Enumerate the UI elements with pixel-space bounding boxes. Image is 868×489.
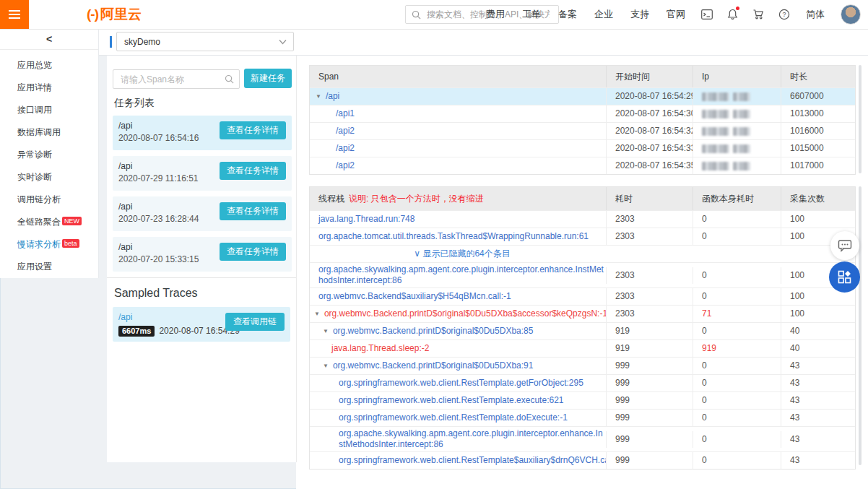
stack-row[interactable]: org.webmvc.Backend$auxiliary$H54qBMcn.ca… (310, 287, 855, 305)
stack-row[interactable]: java.lang.Thread.run:748 2303 0 100 (310, 210, 855, 228)
span-row[interactable]: ▼/api 2020-08-07 16:54:29.562 6607000 (310, 87, 855, 105)
view-task-detail-button[interactable]: 查看任务详情 (220, 162, 286, 180)
collapse-triangle-icon[interactable]: ▼ (323, 363, 329, 369)
sidebar-item-app-details[interactable]: 应用详情 (0, 77, 98, 99)
cart-icon[interactable] (752, 9, 764, 20)
task-list: /api 2020-08-07 16:54:16 查看任务详情 /api 202… (113, 116, 292, 277)
feedback-button[interactable] (830, 231, 859, 260)
span-table-header: Span 开始时间 Ip 时长 (310, 66, 855, 87)
span-row[interactable]: /api2 2020-08-07 16:54:33.607 1015000 (310, 139, 855, 157)
sidebar-item-fulllink-aggregation[interactable]: 全链路聚合NEW (0, 211, 98, 233)
span-row[interactable]: /api2 2020-08-07 16:54:35.127 1017000 (310, 157, 855, 174)
stack-table-scrollbar[interactable] (859, 186, 862, 465)
task-card[interactable]: /api 2020-07-23 16:28:44 查看任务详情 (113, 196, 292, 231)
stack-method-link[interactable]: java.lang.Thread.run:748 (318, 214, 415, 224)
span-link[interactable]: /api (326, 91, 339, 101)
view-task-detail-button[interactable]: 查看任务详情 (220, 202, 286, 220)
stack-row[interactable]: org.apache.skywalking.apm.agent.core.plu… (310, 426, 855, 451)
stack-row[interactable]: ▼org.webmvc.Backend.printD$original$0Du5… (310, 357, 855, 374)
task-card[interactable]: /api 2020-07-20 15:33:15 查看任务详情 (113, 237, 292, 272)
stack-method-link[interactable]: org.webmvc.Backend.printD$original$0Du5D… (333, 360, 534, 371)
stack-table-header: 线程栈说明: 只包含一个方法时，没有缩进 耗时 函数本身耗时 采集次数 (310, 187, 855, 210)
svg-text:?: ? (782, 11, 786, 18)
sidebar-collapse-button[interactable]: < (0, 29, 98, 50)
stack-method-link[interactable]: org.springframework.web.client.RestTempl… (339, 412, 568, 423)
nav-icp[interactable]: 备案 (558, 8, 577, 21)
nav-website[interactable]: 官网 (667, 8, 685, 21)
stack-method-link[interactable]: org.springframework.web.client.RestTempl… (339, 378, 583, 388)
span-start: 2020-08-07 16:54:33.607 (606, 140, 693, 157)
stack-method-link[interactable]: org.springframework.web.client.RestTempl… (339, 455, 606, 465)
sidebar-item-slow-request-analysis[interactable]: 慢请求分析beta (0, 233, 98, 256)
span-row[interactable]: /api1 2020-08-07 16:54:30.567 1013000 (310, 105, 855, 122)
locale-switch[interactable]: 简体 (806, 8, 825, 21)
collapse-triangle-icon[interactable]: ▼ (314, 311, 320, 317)
sidebar-item-realtime-diagnosis[interactable]: 实时诊断 (0, 166, 98, 189)
collapse-triangle-icon[interactable]: ▼ (323, 328, 329, 334)
span-table-scrollbar[interactable] (859, 65, 862, 173)
stack-note: 说明: 只包含一个方法时，没有缩进 (349, 194, 484, 204)
sampled-traces-title: Sampled Traces (114, 287, 296, 300)
span-link[interactable]: /api2 (336, 126, 355, 136)
mini-apps-button[interactable] (829, 261, 860, 293)
user-avatar[interactable] (841, 4, 861, 25)
stack-method-link[interactable]: org.webmvc.Backend$auxiliary$H54qBMcn.ca… (318, 291, 511, 301)
view-task-detail-button[interactable]: 查看任务详情 (220, 121, 286, 139)
view-task-detail-button[interactable]: 查看任务详情 (220, 243, 286, 261)
span-search-box[interactable] (113, 69, 240, 89)
sidebar-item-trace-analysis[interactable]: 调用链分析 (0, 189, 98, 211)
span-ip-redacted (693, 88, 781, 105)
collapse-triangle-icon[interactable]: ▼ (316, 93, 321, 100)
span-ip-redacted (693, 123, 781, 139)
nav-enterprise[interactable]: 企业 (594, 8, 613, 21)
stack-expander-row[interactable]: ∨ 显示已隐藏的64个条目 (310, 245, 855, 262)
sidebar-item-db-calls[interactable]: 数据库调用 (0, 121, 98, 144)
sidebar-item-app-settings[interactable]: 应用设置 (0, 256, 98, 278)
stack-method-link[interactable]: org.apache.skywalking.apm.agent.core.plu… (339, 428, 603, 449)
show-hidden-entries-link[interactable]: ∨ 显示已隐藏的64个条目 (414, 248, 510, 259)
stack-row[interactable]: ▼org.webmvc.Backend.printD$original$0Du5… (310, 305, 855, 322)
stack-method-link[interactable]: org.apache.tomcat.util.threads.TaskThrea… (318, 231, 589, 241)
span-ip-redacted (693, 157, 781, 174)
stack-row[interactable]: java.lang.Thread.sleep:-2 919 919 40 (310, 339, 855, 357)
logo-bracket-icon: (-) (87, 7, 98, 22)
stack-row[interactable]: org.springframework.web.client.RestTempl… (310, 451, 855, 469)
console-icon[interactable] (701, 9, 713, 20)
task-card[interactable]: /api 2020-08-07 16:54:16 查看任务详情 (113, 116, 292, 150)
sidebar-item-app-overview[interactable]: 应用总览 (0, 54, 98, 77)
feedback-bubble-icon (838, 239, 852, 252)
stack-row[interactable]: org.springframework.web.client.RestTempl… (310, 391, 855, 409)
span-link[interactable]: /api2 (336, 160, 355, 170)
help-icon[interactable]: ? (778, 9, 790, 20)
sampled-trace-card[interactable]: /api 6607ms2020-08-07 16:54:29 查看调用链 (113, 307, 290, 342)
col-time: 耗时 (606, 187, 693, 210)
span-link[interactable]: /api2 (336, 143, 355, 153)
span-start: 2020-08-07 16:54:29.562 (606, 88, 693, 105)
app-selector-dropdown[interactable]: skyDemo (116, 32, 294, 51)
task-card[interactable]: /api 2020-07-29 11:16:51 查看任务详情 (113, 156, 292, 191)
stack-method-link[interactable]: org.springframework.web.client.RestTempl… (339, 395, 563, 405)
span-link[interactable]: /api1 (336, 108, 355, 118)
hamburger-menu-button[interactable] (0, 0, 29, 29)
aliyun-logo[interactable]: (-) 阿里云 (87, 5, 142, 24)
span-row[interactable]: /api2 2020-08-07 16:54:32.086 1016000 (310, 122, 855, 139)
notification-icon[interactable] (727, 9, 738, 20)
stack-method-link[interactable]: org.webmvc.Backend.printD$original$0Du5D… (333, 326, 534, 336)
stack-row[interactable]: org.apache.skywalking.apm.agent.core.plu… (310, 262, 855, 287)
stack-method-link[interactable]: org.apache.skywalking.apm.agent.core.plu… (318, 264, 604, 285)
stack-row[interactable]: org.springframework.web.client.RestTempl… (310, 409, 855, 426)
stack-row[interactable]: ▼org.webmvc.Backend.printD$original$0Du5… (310, 322, 855, 339)
nav-billing[interactable]: 费用 (486, 8, 505, 21)
view-trace-button[interactable]: 查看调用链 (225, 313, 285, 331)
stack-method-link[interactable]: org.webmvc.Backend.printD$original$0Du5D… (324, 308, 606, 319)
span-search-input[interactable] (119, 74, 223, 85)
sidebar-item-api-calls[interactable]: 接口调用 (0, 99, 98, 121)
new-task-button[interactable]: 新建任务 (244, 69, 292, 88)
stack-row[interactable]: org.apache.tomcat.util.threads.TaskThrea… (310, 228, 855, 245)
nav-ticket[interactable]: 工单 (522, 8, 541, 21)
sidebar-item-exception-diagnosis[interactable]: 异常诊断 (0, 144, 98, 166)
stack-method-link[interactable]: java.lang.Thread.sleep:-2 (331, 343, 429, 353)
stack-row[interactable]: org.springframework.web.client.RestTempl… (310, 374, 855, 391)
task-list-title: 任务列表 (114, 97, 155, 110)
nav-support[interactable]: 支持 (630, 8, 649, 21)
